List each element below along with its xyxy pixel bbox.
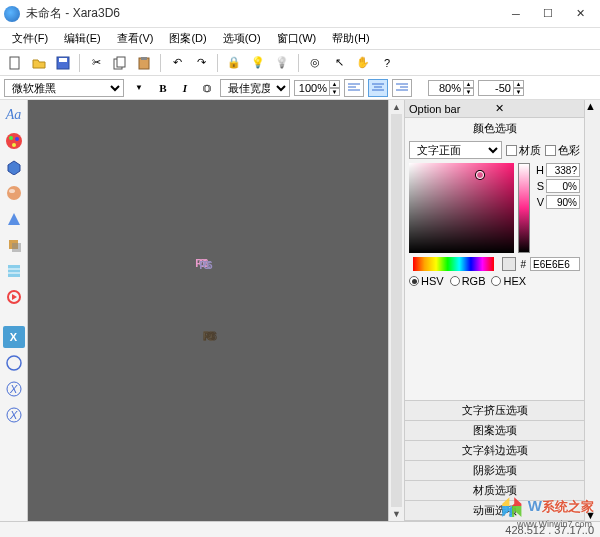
- watermark: W系统之家: [500, 495, 594, 517]
- svg-rect-6: [141, 57, 147, 60]
- menu-help[interactable]: 帮助(H): [324, 29, 377, 48]
- fit-select[interactable]: 最佳宽度: [220, 79, 290, 97]
- align-left-button[interactable]: [344, 79, 364, 97]
- sv-picker[interactable]: [409, 163, 514, 253]
- status-bar: 428.512 . 37.17..0: [0, 521, 600, 537]
- text-3d-mid: PC6: [199, 259, 208, 271]
- sv-cursor-icon: [476, 171, 484, 179]
- hex-input[interactable]: [530, 257, 580, 271]
- svg-point-20: [7, 186, 21, 200]
- align-center-button[interactable]: [368, 79, 388, 97]
- val1-spinner[interactable]: ▲▼: [428, 80, 474, 96]
- app-icon: [4, 6, 20, 22]
- h-input[interactable]: [546, 163, 580, 177]
- scroll-thumb[interactable]: [391, 114, 402, 507]
- panel-scroll-up-icon[interactable]: ▲: [585, 100, 600, 112]
- hand-icon[interactable]: ✋: [352, 52, 374, 74]
- light-on-icon[interactable]: 💡: [247, 52, 269, 74]
- svg-point-28: [7, 356, 21, 370]
- zoom-spinner[interactable]: ▲▼: [294, 80, 340, 96]
- svg-point-17: [9, 136, 13, 140]
- val2-input[interactable]: [478, 80, 514, 96]
- text-tool-icon[interactable]: Aa: [3, 104, 25, 126]
- svg-rect-24: [8, 265, 20, 277]
- close-button[interactable]: ✕: [564, 2, 596, 26]
- lock-icon[interactable]: 🔒: [223, 52, 245, 74]
- x-circle2-icon[interactable]: X: [3, 404, 25, 426]
- cursor-icon[interactable]: ↖: [328, 52, 350, 74]
- bevel-icon[interactable]: [3, 208, 25, 230]
- undo-icon[interactable]: ↶: [166, 52, 188, 74]
- bold-button[interactable]: B: [154, 82, 172, 94]
- rgb-radio[interactable]: RGB: [450, 275, 486, 287]
- target-icon[interactable]: ◎: [304, 52, 326, 74]
- extrude-icon[interactable]: [3, 156, 25, 178]
- menu-view[interactable]: 查看(V): [109, 29, 162, 48]
- color-target-select[interactable]: 文字正面: [409, 141, 502, 159]
- option-bar-title: Option bar: [409, 103, 495, 115]
- menu-file[interactable]: 文件(F): [4, 29, 56, 48]
- open-icon[interactable]: [28, 52, 50, 74]
- val2-spinner[interactable]: ▲▼: [478, 80, 524, 96]
- menu-pattern[interactable]: 图案(D): [161, 29, 214, 48]
- tool-sidebar: Aa X X X: [0, 100, 28, 521]
- light-off-icon[interactable]: 💡: [271, 52, 293, 74]
- window-title: 未命名 - Xara3D6: [26, 5, 500, 22]
- watermark-url: www.Winwin7.com: [517, 519, 592, 529]
- option-panel: Option bar ✕ 颜色选项 文字正面 材质 色彩 H S V # HSV: [404, 100, 584, 521]
- hex-radio[interactable]: HEX: [491, 275, 526, 287]
- copy-icon[interactable]: [109, 52, 131, 74]
- font-dropdown-btn[interactable]: ▼: [128, 77, 150, 99]
- palette-icon[interactable]: [3, 130, 25, 152]
- x-logo-icon[interactable]: X: [3, 326, 25, 348]
- colorful-checkbox[interactable]: 色彩: [545, 143, 580, 158]
- menu-edit[interactable]: 编辑(E): [56, 29, 109, 48]
- circle1-icon[interactable]: [3, 352, 25, 374]
- val1-input[interactable]: [428, 80, 464, 96]
- scroll-down-icon[interactable]: ▼: [389, 507, 404, 521]
- animation-icon[interactable]: [3, 286, 25, 308]
- s-input[interactable]: [546, 179, 580, 193]
- option-bar-close-icon[interactable]: ✕: [495, 102, 581, 115]
- paste-icon[interactable]: [133, 52, 155, 74]
- canvas-vscrollbar[interactable]: ▲ ▼: [388, 100, 404, 521]
- texture-icon[interactable]: [3, 260, 25, 282]
- hue-slider[interactable]: [413, 257, 494, 271]
- value-slider[interactable]: [518, 163, 530, 253]
- svg-rect-2: [59, 58, 67, 62]
- section-pattern[interactable]: 图案选项: [405, 421, 584, 441]
- shadow-icon[interactable]: [3, 234, 25, 256]
- section-shadow[interactable]: 阴影选项: [405, 461, 584, 481]
- section-extrude[interactable]: 文字挤压选项: [405, 401, 584, 421]
- save-icon[interactable]: [52, 52, 74, 74]
- zoom-input[interactable]: [294, 80, 330, 96]
- x-circle-icon[interactable]: X: [3, 378, 25, 400]
- color-swatch[interactable]: [502, 257, 516, 271]
- maximize-button[interactable]: ☐: [532, 2, 564, 26]
- italic-button[interactable]: I: [176, 82, 194, 94]
- svg-point-21: [9, 189, 15, 193]
- menu-options[interactable]: 选项(O): [215, 29, 269, 48]
- panel-vscrollbar[interactable]: ▲ ▼: [584, 100, 600, 521]
- color-section-header: 颜色选项: [405, 118, 584, 139]
- canvas[interactable]: PC6 PC6 PC6: [28, 100, 388, 521]
- redo-icon[interactable]: ↷: [190, 52, 212, 74]
- main-toolbar: ✂ ↶ ↷ 🔒 💡 💡 ◎ ↖ ✋ ?: [0, 50, 600, 76]
- new-icon[interactable]: [4, 52, 26, 74]
- zoom-down-icon[interactable]: ▼: [330, 88, 340, 96]
- sphere-icon[interactable]: [3, 182, 25, 204]
- section-bevel[interactable]: 文字斜边选项: [405, 441, 584, 461]
- zoom-up-icon[interactable]: ▲: [330, 80, 340, 88]
- font-select[interactable]: 微软雅黑: [4, 79, 124, 97]
- minimize-button[interactable]: ─: [500, 2, 532, 26]
- align-right-button[interactable]: [392, 79, 412, 97]
- menu-window[interactable]: 窗口(W): [269, 29, 325, 48]
- outline-button[interactable]: O: [198, 82, 216, 94]
- v-input[interactable]: [546, 195, 580, 209]
- cut-icon[interactable]: ✂: [85, 52, 107, 74]
- material-checkbox[interactable]: 材质: [506, 143, 541, 158]
- scroll-up-icon[interactable]: ▲: [389, 100, 404, 114]
- hsv-radio[interactable]: HSV: [409, 275, 444, 287]
- title-bar: 未命名 - Xara3D6 ─ ☐ ✕: [0, 0, 600, 28]
- help-icon[interactable]: ?: [376, 52, 398, 74]
